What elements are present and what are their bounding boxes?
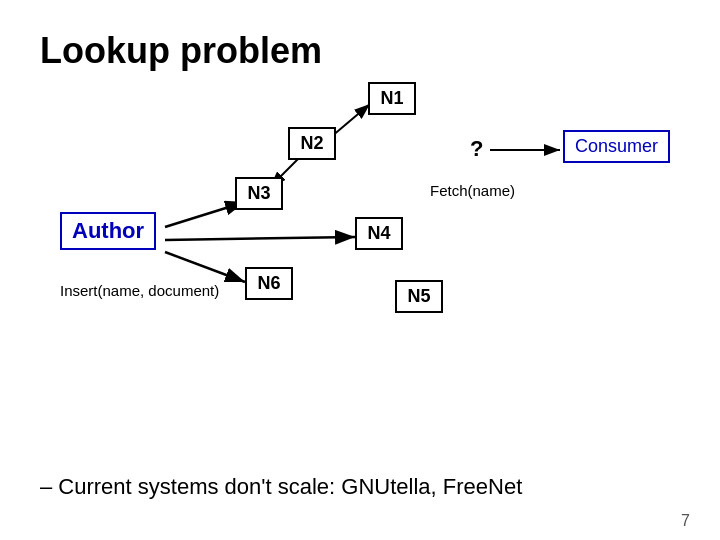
svg-line-2 (165, 202, 245, 227)
fetch-label: Fetch(name) (430, 182, 515, 199)
node-n2: N2 (288, 127, 336, 160)
node-n5: N5 (395, 280, 443, 313)
consumer-label: Consumer (563, 130, 670, 163)
insert-label: Insert(name, document) (60, 282, 219, 299)
diagram: N1 N2 N3 N4 N5 N6 Author Insert(name, do… (40, 82, 680, 412)
svg-line-3 (165, 237, 355, 240)
node-n3: N3 (235, 177, 283, 210)
footer-text: – Current systems don't scale: GNUtella,… (40, 474, 522, 500)
node-n4: N4 (355, 217, 403, 250)
node-n6: N6 (245, 267, 293, 300)
page-number: 7 (681, 512, 690, 530)
question-mark: ? (470, 136, 483, 162)
slide-title: Lookup problem (40, 30, 680, 72)
svg-line-4 (165, 252, 245, 282)
slide: Lookup problem N1 N2 (0, 0, 720, 540)
author-label: Author (60, 212, 156, 250)
node-n1: N1 (368, 82, 416, 115)
